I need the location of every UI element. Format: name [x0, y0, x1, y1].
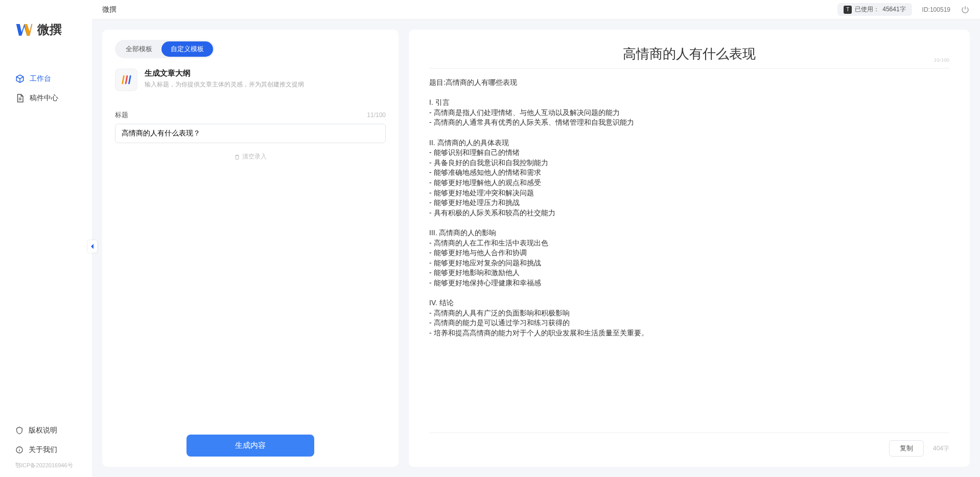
clear-label: 清空录入 — [242, 152, 267, 161]
output-title-row: 高情商的人有什么表现 10/100 — [429, 37, 949, 69]
text-icon: T — [844, 6, 852, 14]
output-body[interactable]: 题目:高情商的人有哪些表现 I. 引言 - 高情商是指人们处理情绪、与他人互动以… — [429, 69, 949, 433]
title-field-group: 标题 11/100 — [115, 110, 386, 143]
input-panel: 全部模板 自定义模板 生成文章大纲 输入标题，为你提供文章主体的灵感，并为其创建… — [102, 30, 399, 467]
trash-icon — [234, 154, 240, 160]
title-input[interactable] — [115, 124, 386, 143]
output-word-count: 404字 — [933, 444, 949, 453]
nav-label: 稿件中心 — [30, 94, 58, 103]
document-icon — [15, 94, 25, 103]
tab-custom-templates[interactable]: 自定义模板 — [161, 41, 213, 57]
sidebar: 微撰 工作台 稿件中心 版权说明 — [0, 0, 92, 477]
title-char-count: 11/100 — [367, 111, 386, 119]
main: 微撰 T 已使用： 45641字 ID:100519 全部模板 自定义模板 — [92, 0, 980, 477]
usage-label: 已使用： — [855, 5, 879, 14]
template-tabs: 全部模板 自定义模板 — [115, 40, 215, 58]
title-label: 标题 — [115, 110, 128, 120]
topbar: 微撰 T 已使用： 45641字 ID:100519 — [92, 0, 980, 19]
template-title: 生成文章大纲 — [145, 69, 304, 78]
sidebar-collapse-handle[interactable] — [88, 240, 97, 253]
nav: 工作台 稿件中心 — [0, 54, 92, 421]
info-icon — [15, 446, 24, 454]
chevron-left-icon — [90, 243, 95, 249]
output-title-count: 10/100 — [934, 57, 949, 63]
template-icon — [115, 69, 137, 91]
logo-icon — [15, 20, 33, 38]
content: 全部模板 自定义模板 生成文章大纲 输入标题，为你提供文章主体的灵感，并为其创建… — [92, 19, 980, 477]
logo: 微撰 — [0, 15, 92, 54]
generate-button[interactable]: 生成内容 — [186, 435, 314, 457]
clear-button[interactable]: 清空录入 — [115, 152, 386, 161]
power-icon[interactable] — [961, 5, 970, 14]
nav-drafts[interactable]: 稿件中心 — [0, 88, 92, 108]
user-id: ID:100519 — [922, 6, 950, 13]
usage-badge[interactable]: T 已使用： 45641字 — [837, 3, 912, 16]
output-footer: 复制 404字 — [429, 433, 949, 457]
cube-icon — [15, 74, 25, 83]
usage-value: 45641字 — [882, 5, 905, 14]
tab-all-templates[interactable]: 全部模板 — [116, 41, 161, 57]
copy-button[interactable]: 复制 — [889, 440, 924, 457]
template-card: 生成文章大纲 输入标题，为你提供文章主体的灵感，并为其创建推文提纲 — [115, 69, 386, 101]
icp-text: 鄂ICP备2022016946号 — [15, 460, 77, 469]
shield-icon — [15, 426, 24, 435]
nav-workspace[interactable]: 工作台 — [0, 69, 92, 88]
output-panel: 高情商的人有什么表现 10/100 题目:高情商的人有哪些表现 I. 引言 - … — [409, 30, 970, 467]
footer-copyright[interactable]: 版权说明 — [15, 421, 77, 440]
template-desc: 输入标题，为你提供文章主体的灵感，并为其创建推文提纲 — [145, 80, 304, 89]
output-title: 高情商的人有什么表现 — [623, 47, 756, 61]
sidebar-footer: 版权说明 关于我们 鄂ICP备2022016946号 — [0, 421, 92, 477]
logo-text: 微撰 — [37, 21, 62, 38]
footer-label: 版权说明 — [29, 426, 57, 435]
nav-label: 工作台 — [30, 74, 51, 83]
footer-label: 关于我们 — [29, 445, 57, 455]
footer-about[interactable]: 关于我们 — [15, 440, 77, 460]
page-title: 微撰 — [102, 5, 116, 14]
